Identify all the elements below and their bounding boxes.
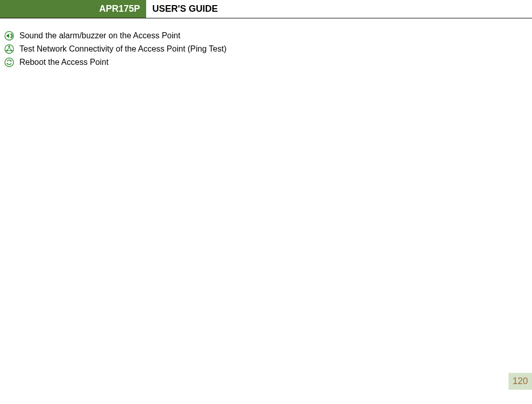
sound-icon: [4, 31, 14, 41]
header-title-box: USER'S GUIDE: [146, 0, 532, 18]
list-item: Test Network Connectivity of the Access …: [4, 44, 528, 54]
reboot-icon: [4, 57, 14, 67]
content-area: Sound the alarm/buzzer on the Access Poi…: [0, 18, 532, 67]
svg-point-2: [8, 45, 10, 47]
list-item-text: Test Network Connectivity of the Access …: [19, 44, 226, 54]
page-number-box: 120: [508, 373, 532, 390]
svg-line-5: [8, 47, 10, 51]
svg-point-8: [5, 58, 14, 67]
page-number: 120: [513, 376, 528, 386]
list-item: Reboot the Access Point: [4, 57, 528, 67]
page-header: APR175P USER'S GUIDE: [0, 0, 532, 18]
network-icon: [4, 44, 14, 54]
header-title-text: USER'S GUIDE: [152, 4, 218, 14]
svg-line-6: [9, 47, 11, 51]
header-model-text: APR175P: [99, 4, 140, 14]
list-item-text: Sound the alarm/buzzer on the Access Poi…: [19, 31, 180, 40]
header-model-box: APR175P: [0, 0, 146, 18]
list-item: Sound the alarm/buzzer on the Access Poi…: [4, 31, 528, 41]
list-item-text: Reboot the Access Point: [19, 58, 108, 67]
